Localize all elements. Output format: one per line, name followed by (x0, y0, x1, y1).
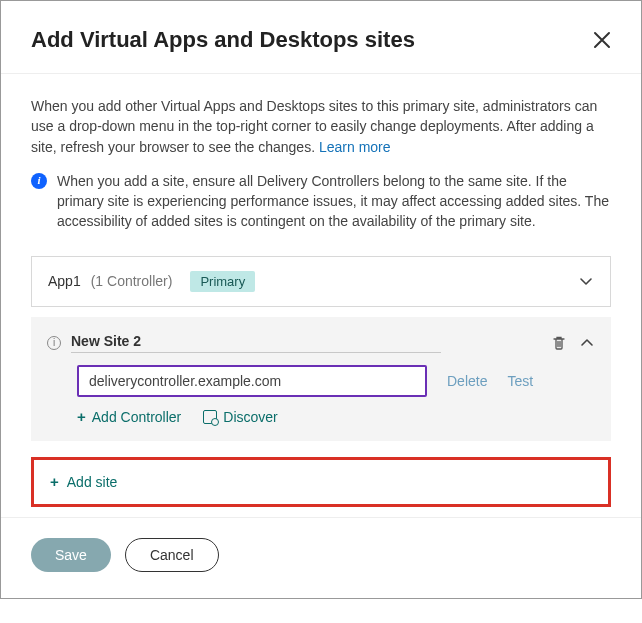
dialog-title: Add Virtual Apps and Desktops sites (31, 27, 415, 53)
site-row-left: App1 (1 Controller) Primary (48, 271, 255, 292)
chevron-down-icon[interactable] (578, 273, 594, 289)
plus-icon: + (77, 409, 86, 424)
site-info-icon: i (47, 336, 61, 350)
add-controller-label: Add Controller (92, 409, 182, 425)
add-site-region-highlight: + Add site (31, 457, 611, 508)
close-icon[interactable] (593, 31, 611, 49)
intro-text: When you add other Virtual Apps and Desk… (31, 96, 611, 157)
delete-controller-link[interactable]: Delete (447, 373, 487, 389)
dialog-body: When you add other Virtual Apps and Desk… (1, 74, 641, 517)
trash-icon[interactable] (551, 335, 567, 351)
dialog-footer: Save Cancel (1, 517, 641, 598)
add-controller-button[interactable]: + Add Controller (77, 409, 181, 425)
new-site-input-row: Delete Test (77, 365, 595, 397)
new-site-title-wrap: i New Site 2 (47, 333, 551, 353)
intro-paragraph: When you add other Virtual Apps and Desk… (31, 98, 597, 155)
test-controller-link[interactable]: Test (507, 373, 533, 389)
primary-badge: Primary (190, 271, 255, 292)
site-row-primary[interactable]: App1 (1 Controller) Primary (31, 256, 611, 307)
add-site-button[interactable]: + Add site (50, 474, 117, 490)
new-site-name[interactable]: New Site 2 (71, 333, 441, 353)
new-site-header: i New Site 2 (47, 333, 595, 353)
new-site-card: i New Site 2 Delete (31, 317, 611, 441)
discover-label: Discover (223, 409, 277, 425)
learn-more-link[interactable]: Learn more (319, 139, 391, 155)
new-site-body: Delete Test + Add Controller Discover (47, 365, 595, 425)
site-controllers-count: (1 Controller) (91, 273, 173, 289)
site-name: App1 (48, 273, 81, 289)
new-site-controls: + Add Controller Discover (77, 409, 595, 425)
info-icon: i (31, 173, 47, 189)
add-sites-dialog: Add Virtual Apps and Desktops sites When… (0, 0, 642, 599)
plus-icon: + (50, 474, 59, 489)
delivery-controller-input[interactable] (77, 365, 427, 397)
info-callout: i When you add a site, ensure all Delive… (31, 171, 611, 232)
discover-icon (203, 410, 217, 424)
dialog-header: Add Virtual Apps and Desktops sites (1, 1, 641, 74)
save-button[interactable]: Save (31, 538, 111, 572)
info-text: When you add a site, ensure all Delivery… (57, 171, 611, 232)
cancel-button[interactable]: Cancel (125, 538, 219, 572)
add-site-label: Add site (67, 474, 118, 490)
chevron-up-icon[interactable] (579, 335, 595, 351)
discover-button[interactable]: Discover (203, 409, 277, 425)
